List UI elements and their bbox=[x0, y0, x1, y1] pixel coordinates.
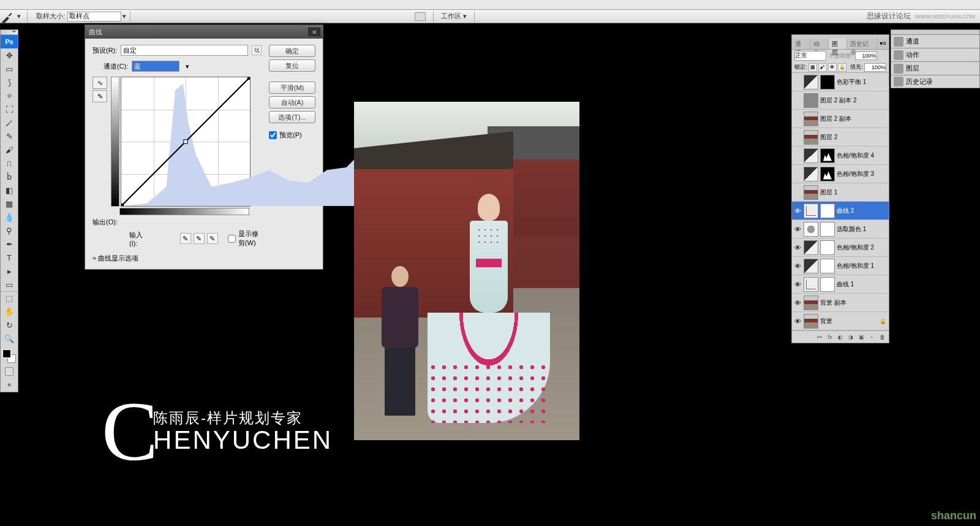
layer-group-icon[interactable]: ▣ bbox=[857, 333, 865, 341]
visibility-toggle[interactable]: 👁 bbox=[793, 262, 802, 270]
curve-display-options[interactable]: ≈ 曲线显示选项 bbox=[92, 254, 262, 263]
layer-thumbnail[interactable] bbox=[804, 112, 818, 126]
tool-preset-dropdown[interactable]: ▾ bbox=[15, 12, 23, 20]
layer-thumbnail[interactable] bbox=[804, 222, 818, 237]
visibility-toggle[interactable] bbox=[793, 115, 802, 123]
layer-mask-thumbnail[interactable] bbox=[820, 222, 835, 237]
layer-row[interactable]: 👁背景 副本 bbox=[792, 294, 889, 312]
palette-grip[interactable] bbox=[1, 30, 18, 35]
magic-wand-tool[interactable]: ✧ bbox=[1, 89, 18, 102]
cancel-button[interactable]: 复位 bbox=[269, 59, 315, 72]
visibility-toggle[interactable]: 👁 bbox=[793, 317, 802, 326]
lock-transparency[interactable]: ▦ bbox=[809, 63, 817, 72]
color-swatches[interactable] bbox=[1, 348, 18, 365]
toggle-grip[interactable] bbox=[891, 29, 980, 34]
layer-thumbnail[interactable] bbox=[804, 75, 818, 90]
channel-select[interactable] bbox=[132, 61, 179, 72]
fill-input[interactable] bbox=[864, 63, 886, 72]
layer-row[interactable]: 👁曲线 1 bbox=[792, 275, 889, 294]
gradient-tool[interactable]: ▦ bbox=[1, 197, 18, 210]
opacity-input[interactable] bbox=[855, 51, 877, 60]
screen-mode-icon[interactable] bbox=[415, 12, 426, 21]
layer-thumbnail[interactable] bbox=[804, 148, 818, 163]
white-point-eyedropper[interactable]: ✎ bbox=[207, 233, 218, 244]
move-tool[interactable]: ✥ bbox=[1, 48, 18, 62]
layer-name[interactable]: 色彩平衡 1 bbox=[837, 78, 888, 86]
shape-tool[interactable]: ▭ bbox=[1, 278, 18, 291]
ok-button[interactable]: 确定 bbox=[269, 45, 315, 57]
visibility-toggle[interactable]: 👁 bbox=[793, 243, 802, 252]
layer-thumbnail[interactable] bbox=[804, 204, 818, 218]
layer-thumbnail[interactable] bbox=[804, 259, 818, 273]
layer-row[interactable]: 色相/饱和度 4 bbox=[792, 147, 889, 165]
tab-actions[interactable]: 动作 bbox=[810, 39, 829, 49]
link-layers-icon[interactable]: ⚯ bbox=[815, 333, 824, 341]
visibility-toggle[interactable] bbox=[793, 170, 802, 178]
canvas-image[interactable] bbox=[354, 102, 579, 440]
layer-row[interactable]: 👁色相/饱和度 2 bbox=[792, 238, 889, 257]
visibility-toggle[interactable] bbox=[793, 78, 802, 86]
layer-row[interactable]: 👁背景🔒 bbox=[792, 312, 889, 330]
layer-name[interactable]: 背景 bbox=[820, 317, 878, 326]
visibility-toggle[interactable] bbox=[793, 133, 802, 142]
layer-thumbnail[interactable] bbox=[804, 167, 818, 181]
pen-tool[interactable]: ✒ bbox=[1, 237, 18, 251]
layer-name[interactable]: 选取颜色 1 bbox=[837, 225, 888, 234]
tab-layers[interactable]: 图层 bbox=[829, 39, 847, 49]
layer-name[interactable]: 色相/饱和度 3 bbox=[837, 170, 888, 178]
layer-name[interactable]: 图层 2 副本 bbox=[820, 115, 888, 123]
layer-thumbnail[interactable] bbox=[804, 277, 818, 292]
layer-row[interactable]: 👁曲线 2 bbox=[792, 202, 889, 220]
layer-name[interactable]: 图层 2 副本 2 bbox=[820, 96, 888, 105]
blend-mode-select[interactable] bbox=[794, 51, 826, 61]
zoom-tool[interactable]: 🔍 bbox=[1, 332, 18, 345]
preset-menu-icon[interactable]: 玩 bbox=[252, 45, 262, 55]
marquee-tool[interactable]: ▭ bbox=[1, 62, 18, 75]
curve-pencil-tool[interactable]: ✎ bbox=[92, 90, 107, 102]
tab-channels[interactable]: 通道 bbox=[792, 39, 810, 49]
layer-name[interactable]: 曲线 1 bbox=[837, 280, 888, 289]
eraser-tool[interactable]: ◧ bbox=[1, 183, 18, 197]
panel-menu-icon[interactable]: ▾≡ bbox=[877, 39, 889, 49]
3d-tool[interactable]: ⬚ bbox=[1, 291, 18, 305]
layer-thumbnail[interactable] bbox=[804, 295, 818, 310]
layer-name[interactable]: 色相/饱和度 4 bbox=[837, 151, 888, 160]
show-clipping-checkbox[interactable]: 显示修剪(W) bbox=[228, 229, 262, 248]
layer-thumbnail[interactable] bbox=[804, 185, 818, 200]
healing-brush-tool[interactable]: ✎ bbox=[1, 129, 18, 143]
preset-select[interactable] bbox=[121, 45, 248, 56]
clone-stamp-tool[interactable]: ⎍ bbox=[1, 156, 18, 170]
history-brush-tool[interactable]: ḃ bbox=[1, 170, 18, 183]
dodge-tool[interactable]: ⚲ bbox=[1, 224, 18, 237]
layer-mask-thumbnail[interactable] bbox=[820, 259, 835, 273]
layer-name[interactable]: 色相/饱和度 2 bbox=[837, 243, 888, 252]
layers-toggle[interactable]: 图层 bbox=[891, 61, 980, 75]
hand-tool[interactable]: ✋ bbox=[1, 305, 18, 318]
layer-row[interactable]: 图层 2 bbox=[792, 128, 889, 147]
sample-size-select[interactable] bbox=[67, 12, 121, 21]
tab-history[interactable]: 历史记录 bbox=[847, 39, 877, 49]
black-point-eyedropper[interactable]: ✎ bbox=[180, 233, 191, 244]
visibility-toggle[interactable] bbox=[793, 151, 802, 160]
lock-all[interactable]: 🔒 bbox=[838, 63, 846, 72]
layer-mask-thumbnail[interactable] bbox=[820, 148, 835, 163]
crop-tool[interactable]: ⛶ bbox=[1, 102, 18, 116]
dialog-titlebar[interactable]: 曲线 ✕ bbox=[85, 25, 323, 39]
delete-layer-icon[interactable]: 🗑 bbox=[878, 333, 886, 341]
quick-mask-toggle[interactable] bbox=[1, 365, 18, 378]
layer-row[interactable]: 👁选取颜色 1 bbox=[792, 220, 889, 238]
eyedropper-tool[interactable] bbox=[1, 116, 18, 129]
blur-tool[interactable]: 💧 bbox=[1, 210, 18, 224]
layer-name[interactable]: 曲线 2 bbox=[837, 207, 888, 215]
visibility-toggle[interactable]: 👁 bbox=[793, 225, 802, 234]
visibility-toggle[interactable]: 👁 bbox=[793, 207, 802, 215]
layer-mask-thumbnail[interactable] bbox=[820, 204, 835, 218]
screen-mode-button[interactable]: ▫ bbox=[1, 378, 18, 392]
layer-style-icon[interactable]: fx bbox=[826, 333, 834, 341]
layer-mask-thumbnail[interactable] bbox=[820, 167, 835, 181]
layer-mask-thumbnail[interactable] bbox=[820, 75, 835, 90]
actions-toggle[interactable]: 动作 bbox=[891, 48, 980, 61]
layer-thumbnail[interactable] bbox=[804, 240, 818, 255]
channel-dropdown-icon[interactable]: ▾ bbox=[186, 63, 189, 71]
channels-toggle[interactable]: 通道 bbox=[891, 34, 980, 48]
